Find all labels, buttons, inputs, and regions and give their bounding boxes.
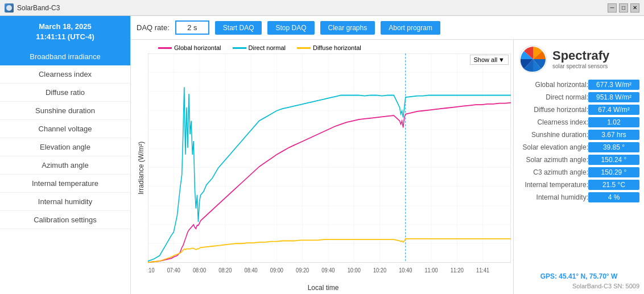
main-content: DAQ rate: Start DAQ Stop DAQ Clear graph… — [131, 16, 644, 294]
window-title: SolarBand-C3 — [17, 4, 60, 12]
sidebar-item-internal-temperature[interactable]: Internal temperature — [0, 175, 130, 193]
svg-text:07:10: 07:10 — [148, 267, 155, 274]
metric-sunshine-label: Sunshine duration: — [518, 131, 588, 139]
chart-wrapper: Irradiance (W/m²) Show all ▼ — [135, 53, 511, 283]
svg-text:09:40: 09:40 — [321, 267, 335, 274]
metric-sunshine-duration: Sunshine duration: 3.67 hrs — [518, 130, 639, 140]
legend-global-label: Global horizontal — [174, 44, 221, 51]
metric-clearness-label: Clearness index: — [518, 118, 588, 126]
sidebar-item-sunshine-duration[interactable]: Sunshine duration — [0, 102, 130, 120]
show-all-button[interactable]: Show all ▼ — [470, 55, 509, 65]
metric-diffuse-horizontal: Diffuse horizontal: 67.4 W/m² — [518, 105, 639, 115]
metric-internal-humidity: Internal humidity: 4 % — [518, 192, 639, 202]
metric-sunshine-value: 3.67 hrs — [588, 130, 639, 140]
svg-text:10:20: 10:20 — [373, 267, 387, 274]
metric-global-horizontal-value: 677.3 W/m² — [588, 80, 639, 90]
metric-direct-normal: Direct normal: 951.8 W/m² — [518, 92, 639, 102]
spectrafy-logo — [518, 44, 548, 74]
window-controls[interactable]: ─ □ ✕ — [608, 3, 639, 13]
metric-internal-humidity-label: Internal humidity: — [518, 193, 588, 201]
svg-point-0 — [6, 5, 12, 11]
minimize-button[interactable]: ─ — [608, 3, 617, 13]
metric-c3-azimuth-value: 150.29 ° — [588, 167, 639, 177]
svg-text:11:20: 11:20 — [451, 267, 464, 274]
metric-solar-elevation: Solar elevation angle: 39.85 ° — [518, 142, 639, 152]
metrics-table: Global horizontal: 677.3 W/m² Direct nor… — [518, 80, 639, 269]
legend-diffuse: Diffuse horizontal — [297, 44, 361, 51]
app-icon — [5, 3, 14, 13]
chart-inner: Show all ▼ — [148, 53, 511, 283]
legend-direct: Direct normal — [233, 44, 286, 51]
svg-text:07:40: 07:40 — [167, 267, 181, 274]
sidebar-item-elevation-angle[interactable]: Elevation angle — [0, 138, 130, 156]
sidebar-item-diffuse-ratio[interactable]: Diffuse ratio — [0, 84, 130, 102]
metric-solar-elevation-value: 39.85 ° — [588, 142, 639, 152]
chart-legend: Global horizontal Direct normal Diffuse … — [135, 42, 511, 53]
svg-text:08:40: 08:40 — [245, 267, 258, 274]
legend-direct-label: Direct normal — [249, 44, 286, 51]
chart-panel-area: Global horizontal Direct normal Diffuse … — [131, 40, 644, 294]
sidebar-item-internal-humidity[interactable]: Internal humidity — [0, 193, 130, 211]
serial-number: SolarBand-C3 SN: 5009 — [518, 283, 639, 289]
brand-area: Spectrafy solar spectral sensors — [518, 44, 639, 74]
daq-rate-label: DAQ rate: — [137, 23, 170, 32]
clear-graphs-button[interactable]: Clear graphs — [320, 21, 375, 35]
daq-rate-input[interactable] — [175, 20, 209, 35]
legend-diffuse-label: Diffuse horizontal — [313, 44, 361, 51]
metric-direct-normal-label: Direct normal: — [518, 93, 588, 101]
metric-c3-azimuth: C3 azimuth angle: 150.29 ° — [518, 167, 639, 177]
sidebar-item-channel-voltage[interactable]: Channel voltage — [0, 120, 130, 138]
metric-c3-azimuth-label: C3 azimuth angle: — [518, 168, 588, 176]
abort-program-button[interactable]: Abort program — [381, 21, 440, 35]
right-panel: Spectrafy solar spectral sensors Global … — [513, 40, 644, 294]
svg-text:08:20: 08:20 — [218, 267, 232, 274]
legend-direct-line — [233, 47, 246, 49]
svg-text:11:41: 11:41 — [476, 267, 490, 274]
legend-global: Global horizontal — [158, 44, 221, 51]
sidebar-item-broadband[interactable]: Broadband irradiance — [0, 48, 130, 65]
date-display: March 18, 2025 — [5, 22, 126, 32]
y-axis-label: Irradiance (W/m²) — [135, 53, 147, 283]
sidebar-item-azimuth-angle[interactable]: Azimuth angle — [0, 156, 130, 175]
brand-subtitle: solar spectral sensors — [552, 63, 609, 69]
sidebar: March 18, 2025 11:41:11 (UTC-4) Broadban… — [0, 16, 131, 294]
metric-internal-temp-value: 21.5 °C — [588, 180, 639, 190]
metric-solar-elevation-label: Solar elevation angle: — [518, 143, 588, 151]
toolbar: DAQ rate: Start DAQ Stop DAQ Clear graph… — [131, 16, 644, 40]
svg-text:10:00: 10:00 — [348, 267, 361, 274]
metric-clearness-value: 1.02 — [588, 117, 639, 127]
gps-display: GPS: 45.41° N, 75.70° W — [518, 272, 639, 280]
sidebar-item-clearness-index[interactable]: Clearness index — [0, 65, 130, 84]
brand-name: Spectrafy — [552, 49, 609, 63]
svg-text:09:00: 09:00 — [270, 267, 284, 274]
irradiance-chart: 0 100 200 300 400 500 1100 — [148, 53, 511, 283]
metric-solar-azimuth-label: Solar azimuth angle: — [518, 156, 588, 164]
close-button[interactable]: ✕ — [630, 3, 639, 13]
svg-text:09:20: 09:20 — [296, 267, 309, 274]
svg-text:08:00: 08:00 — [193, 267, 207, 274]
titlebar: SolarBand-C3 ─ □ ✕ — [0, 0, 644, 16]
chevron-down-icon: ▼ — [498, 56, 505, 63]
metric-clearness-index: Clearness index: 1.02 — [518, 117, 639, 127]
stop-daq-button[interactable]: Stop DAQ — [267, 21, 314, 35]
svg-rect-1 — [148, 53, 511, 262]
legend-diffuse-line — [297, 47, 311, 49]
time-display: 11:41:11 (UTC-4) — [5, 32, 126, 42]
metric-diffuse-horizontal-value: 67.4 W/m² — [588, 105, 639, 115]
start-daq-button[interactable]: Start DAQ — [215, 21, 262, 35]
maximize-button[interactable]: □ — [619, 3, 628, 13]
metric-direct-normal-value: 951.8 W/m² — [588, 92, 639, 102]
brand-text-area: Spectrafy solar spectral sensors — [552, 49, 609, 69]
sidebar-item-calibration[interactable]: Calibration settings — [0, 211, 130, 229]
svg-text:11:00: 11:00 — [424, 267, 438, 274]
metric-global-horizontal: Global horizontal: 677.3 W/m² — [518, 80, 639, 90]
metric-internal-temp-label: Internal temperature: — [518, 181, 588, 189]
metric-solar-azimuth: Solar azimuth angle: 150.24 ° — [518, 155, 639, 165]
sidebar-header: March 18, 2025 11:41:11 (UTC-4) — [0, 16, 130, 48]
metric-internal-humidity-value: 4 % — [588, 192, 639, 202]
metric-internal-temp: Internal temperature: 21.5 °C — [518, 180, 639, 190]
chart-area: Global horizontal Direct normal Diffuse … — [131, 40, 513, 294]
x-axis-label: Local time — [135, 284, 511, 292]
svg-text:10:40: 10:40 — [399, 267, 412, 274]
metric-diffuse-horizontal-label: Diffuse horizontal: — [518, 106, 588, 114]
